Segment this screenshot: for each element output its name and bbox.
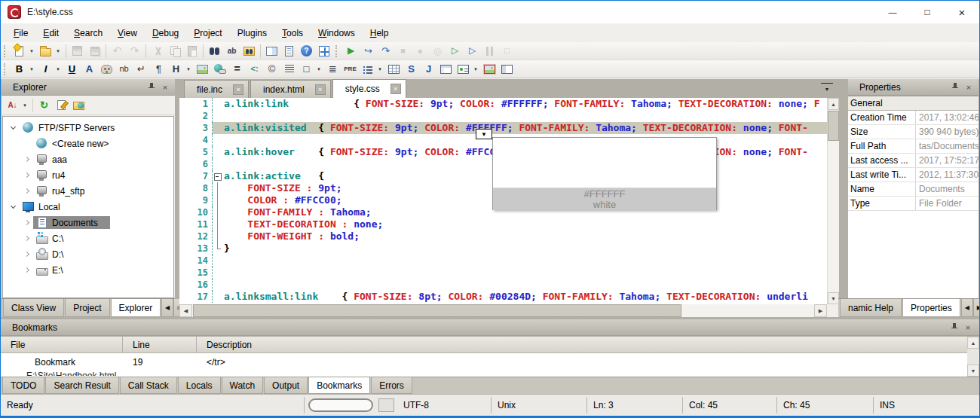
sort-az-button[interactable]: A↓: [5, 97, 20, 114]
form-dropdown[interactable]: ▼: [472, 61, 479, 78]
tab-close-icon[interactable]: ×: [315, 84, 326, 95]
property-row-last-write-ti[interactable]: Last write Ti...2012, 11:37:30: [848, 168, 978, 182]
bookmarks-pin-button[interactable]: [948, 322, 961, 334]
minimize-button[interactable]: —: [875, 1, 910, 23]
reformat-document-button[interactable]: [281, 43, 297, 59]
new-file-button[interactable]: [11, 43, 27, 59]
site-manager-button[interactable]: [71, 97, 87, 114]
open-file-dropdown[interactable]: ▼: [54, 43, 62, 59]
property-row-full-path[interactable]: Full Pathtas/Documents: [848, 139, 978, 154]
non-breaking-space-button[interactable]: nb: [116, 61, 132, 78]
horizontal-rule-button[interactable]: =: [229, 61, 245, 78]
tool-tab-output[interactable]: Output: [264, 377, 308, 394]
code-line-17[interactable]: 17a.linksmall:link { FONT-SIZE: 8pt; COL…: [179, 291, 827, 303]
tree-item-ru4-sftp[interactable]: ru4_sftp: [3, 183, 173, 199]
properties-tab-properties[interactable]: Properties: [902, 299, 960, 317]
paragraph-button[interactable]: ¶: [151, 61, 167, 78]
color-palette-button[interactable]: [99, 61, 115, 78]
bold-button[interactable]: B: [11, 61, 27, 78]
tree-item-d[interactable]: D:\: [3, 246, 173, 262]
tree-item-e[interactable]: E:\: [3, 262, 173, 278]
line-break-button[interactable]: ↵: [133, 61, 149, 78]
step-over-button[interactable]: ↷: [378, 43, 394, 59]
scroll-up-icon[interactable]: ▲: [967, 337, 979, 349]
tab-close-icon[interactable]: ×: [233, 84, 243, 95]
editor-tab-style-css[interactable]: style.css×: [332, 79, 406, 98]
edit-entry-button[interactable]: [54, 97, 69, 114]
insert-link-button[interactable]: [212, 61, 228, 78]
tab-list-dropdown-icon[interactable]: ▼: [821, 83, 833, 94]
tab-close-icon[interactable]: ×: [390, 84, 401, 94]
form-button[interactable]: [455, 61, 471, 78]
property-row-creation-time[interactable]: Creation Time2017, 13:02:46: [848, 111, 978, 125]
tool-tab-bookmarks[interactable]: Bookmarks: [308, 377, 370, 394]
heading-dropdown[interactable]: ▼: [185, 61, 192, 78]
code-line-16[interactable]: 16: [179, 279, 827, 291]
replace-button[interactable]: ab: [224, 43, 240, 59]
maximize-button[interactable]: □: [910, 1, 945, 23]
property-row-size[interactable]: Size390 940 bytes): [848, 125, 978, 139]
tree-item-aaa[interactable]: aaa: [3, 151, 173, 167]
insert-image-button[interactable]: [194, 61, 210, 78]
stop-debug-button[interactable]: ■: [395, 43, 411, 59]
run-script-button[interactable]: ▷: [447, 43, 463, 59]
undo-button[interactable]: ↶: [109, 43, 125, 59]
code-line-1[interactable]: 1a.link:link { FONT-SIZE: 9pt; COLOR: #F…: [179, 98, 827, 110]
pause-button[interactable]: [482, 43, 498, 59]
heading-button[interactable]: H: [168, 61, 184, 78]
scroll-track[interactable]: [681, 304, 814, 317]
table-border-button[interactable]: □: [299, 61, 314, 78]
preformatted-button[interactable]: PRE: [342, 61, 358, 78]
bookmarks-column-file[interactable]: File: [1, 337, 123, 352]
insert-mode-value[interactable]: INS: [874, 395, 979, 416]
closed-chevron-icon[interactable]: [20, 221, 33, 224]
menu-windows[interactable]: Windows: [311, 26, 363, 41]
explorer-tab-explorer[interactable]: Explorer: [111, 299, 161, 317]
closed-chevron-icon[interactable]: [20, 157, 33, 161]
explorer-pin-button[interactable]: [145, 81, 158, 93]
tool-tab-watch[interactable]: Watch: [222, 377, 264, 394]
closed-chevron-icon[interactable]: [20, 268, 33, 272]
copy-button[interactable]: [167, 43, 182, 59]
save-all-button[interactable]: [87, 43, 103, 59]
tree-item-create-new[interactable]: <Create new>: [3, 136, 173, 151]
menu-edit[interactable]: Edit: [35, 26, 66, 41]
step-into-button[interactable]: ↪: [360, 43, 376, 59]
status-encoding-cell[interactable]: UTF-8: [305, 395, 491, 416]
scroll-down-icon[interactable]: ▼: [967, 365, 979, 377]
tool-tab-call-stack[interactable]: Call Stack: [120, 377, 177, 394]
toggle-breakpoint-button[interactable]: ●: [412, 43, 428, 59]
close-button[interactable]: ×: [945, 1, 979, 23]
table-border-dropdown[interactable]: ▼: [315, 61, 323, 78]
align-center-button[interactable]: [281, 61, 297, 78]
run-tool-button[interactable]: ▷: [464, 43, 480, 59]
bookmark-row[interactable]: Bookmark19</tr>: [1, 353, 967, 371]
insert-list-button[interactable]: [360, 61, 375, 78]
align-lines-button[interactable]: ≣: [325, 61, 341, 78]
code-line-11[interactable]: 11 TEXT-DECORATION : none;: [179, 218, 827, 230]
scroll-right-icon[interactable]: ▶: [814, 304, 827, 317]
fold-line-icon[interactable]: [213, 194, 222, 206]
explorer-scroll-left-icon[interactable]: ◀: [161, 299, 173, 317]
closed-chevron-icon[interactable]: [20, 189, 33, 193]
open-chevron-icon[interactable]: [6, 127, 20, 129]
explorer-tab-project[interactable]: Project: [65, 299, 109, 317]
paste-button[interactable]: [184, 43, 200, 59]
property-row-type[interactable]: TypeFile Folder: [848, 197, 978, 211]
code-line-12[interactable]: 12 FONT-WEIGHT : bold;: [179, 230, 827, 243]
code-line-14[interactable]: 14: [179, 255, 827, 267]
insert-list-dropdown[interactable]: ▼: [376, 61, 384, 78]
run-to-cursor-button[interactable]: ◎: [430, 43, 446, 59]
tool-tab-locals[interactable]: Locals: [178, 377, 221, 394]
sort-az-dropdown[interactable]: ▼: [21, 97, 29, 114]
cut-button[interactable]: [149, 43, 165, 59]
color-popup-dropdown-icon[interactable]: ▼: [476, 129, 492, 139]
properties-section-general[interactable]: General: [848, 96, 978, 111]
closed-chevron-icon[interactable]: [20, 236, 33, 240]
bold-dropdown[interactable]: ▼: [28, 61, 35, 78]
closed-chevron-icon[interactable]: [20, 252, 33, 256]
fold-line-icon[interactable]: [213, 230, 222, 243]
javascript-button[interactable]: J: [421, 61, 436, 78]
menu-search[interactable]: Search: [66, 26, 110, 41]
explorer-tab-class-view[interactable]: Class View: [3, 299, 64, 317]
